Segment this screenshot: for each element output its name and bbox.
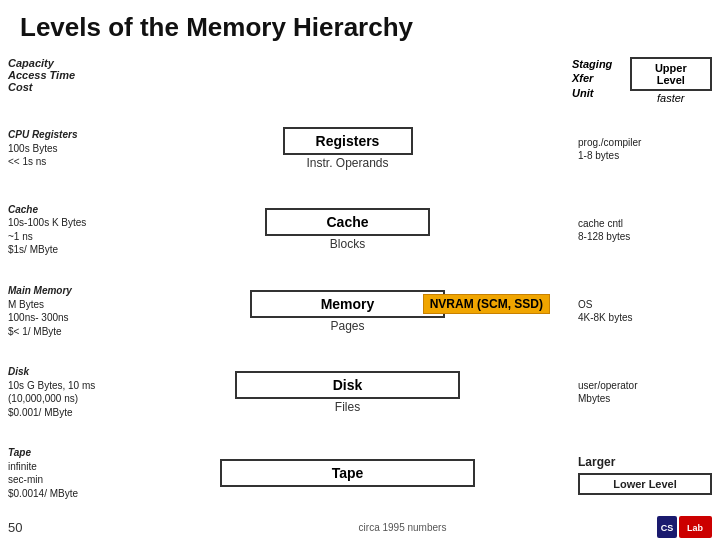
memory-desc: M Bytes100ns- 300ns$< 1/ MByte (8, 299, 69, 337)
memory-title: Main Memory (8, 285, 72, 296)
cache-box: Cache (265, 208, 430, 236)
cache-title: Cache (8, 204, 38, 215)
registers-desc: 100s Bytes<< 1s ns (8, 143, 57, 168)
tape-row: Tape infinitesec-min$0.0014/ MByte Tape … (8, 433, 712, 514)
tape-right: Larger Lower Level (572, 451, 712, 495)
cslab-logo: CS Lab (652, 516, 712, 538)
cache-right: cache cntl8-128 bytes (572, 217, 712, 243)
bottom-row: 50 circa 1995 numbers CS Lab (0, 514, 720, 540)
upper-level-box: Upper Level (630, 57, 712, 91)
svg-text:CS: CS (661, 523, 674, 533)
xfer-unit-label: Xfer Unit (572, 71, 618, 100)
tape-desc: infinitesec-min$0.0014/ MByte (8, 461, 78, 499)
cache-sublabel: Blocks (330, 237, 365, 251)
staging-label: Staging (572, 57, 618, 71)
registers-right: prog./compiler1-8 bytes (572, 136, 712, 162)
disk-row: Disk 10s G Bytes, 10 ms(10,000,000 ns)$0… (8, 352, 712, 433)
disk-title: Disk (8, 366, 29, 377)
tape-box: Tape (220, 459, 475, 487)
cache-row: Cache 10s-100s K Bytes~1 ns$1s/ MByte Ca… (8, 189, 712, 270)
disk-box: Disk (235, 371, 460, 399)
cache-left: Cache 10s-100s K Bytes~1 ns$1s/ MByte (8, 203, 123, 257)
registers-sublabel: Instr. Operands (306, 156, 388, 170)
upper-level-block: Upper Level faster (630, 57, 712, 104)
tape-center: Tape (123, 459, 572, 487)
nvram-tag: NVRAM (SCM, SSD) (423, 294, 550, 314)
memory-center: Memory NVRAM (SCM, SSD) Pages (123, 290, 572, 333)
staging-upper-section: Staging Xfer Unit Upper Level faster (572, 57, 712, 104)
disk-center: Disk Files (123, 371, 572, 414)
access-time-label: Access Time (8, 69, 123, 81)
page-layout: Levels of the Memory Hierarchy Capacity … (0, 0, 720, 540)
disk-sublabel: Files (335, 400, 360, 414)
registers-left: CPU Registers 100s Bytes<< 1s ns (8, 128, 123, 169)
capacity-label: Capacity (8, 57, 123, 69)
cslab-logo-svg: CS Lab (657, 516, 712, 538)
faster-text: faster (630, 91, 712, 104)
registers-center: Registers Instr. Operands (123, 127, 572, 170)
cache-center: Cache Blocks (123, 208, 572, 251)
content-area: CPU Registers 100s Bytes<< 1s ns Registe… (0, 108, 720, 514)
hierarchy-rows: CPU Registers 100s Bytes<< 1s ns Registe… (8, 108, 712, 514)
svg-text:Lab: Lab (687, 523, 704, 533)
top-bar-center (123, 57, 572, 104)
staging-label-block: Staging Xfer Unit (572, 57, 618, 100)
disk-right: user/operatorMbytes (572, 379, 712, 405)
top-bar-right: Staging Xfer Unit Upper Level faster (572, 57, 712, 104)
circa-text: circa 1995 numbers (153, 522, 652, 533)
memory-box: Memory (250, 290, 445, 318)
memory-right: OS4K-8K bytes (572, 298, 712, 324)
page-title: Levels of the Memory Hierarchy (0, 0, 720, 49)
larger-label: Larger Lower Level (578, 455, 712, 495)
cost-label: Cost (8, 81, 123, 93)
registers-box: Registers (283, 127, 413, 155)
top-bar: Capacity Access Time Cost Staging Xfer U… (0, 49, 720, 108)
disk-left: Disk 10s G Bytes, 10 ms(10,000,000 ns)$0… (8, 365, 123, 419)
memory-left: Main Memory M Bytes100ns- 300ns$< 1/ MBy… (8, 284, 123, 338)
tape-title: Tape (8, 447, 31, 458)
cache-desc: 10s-100s K Bytes~1 ns$1s/ MByte (8, 217, 86, 255)
top-bar-left: Capacity Access Time Cost (8, 57, 123, 104)
memory-sublabel: Pages (330, 319, 364, 333)
registers-title: CPU Registers (8, 129, 77, 140)
lower-level-box: Lower Level (578, 473, 712, 495)
page-number: 50 (8, 520, 38, 535)
memory-rel-container: Memory NVRAM (SCM, SSD) (250, 290, 445, 318)
upper-level-text: Upper Level (655, 62, 687, 86)
tape-left: Tape infinitesec-min$0.0014/ MByte (8, 446, 123, 500)
registers-row: CPU Registers 100s Bytes<< 1s ns Registe… (8, 108, 712, 189)
disk-desc: 10s G Bytes, 10 ms(10,000,000 ns)$0.001/… (8, 380, 95, 418)
memory-row: Main Memory M Bytes100ns- 300ns$< 1/ MBy… (8, 270, 712, 351)
